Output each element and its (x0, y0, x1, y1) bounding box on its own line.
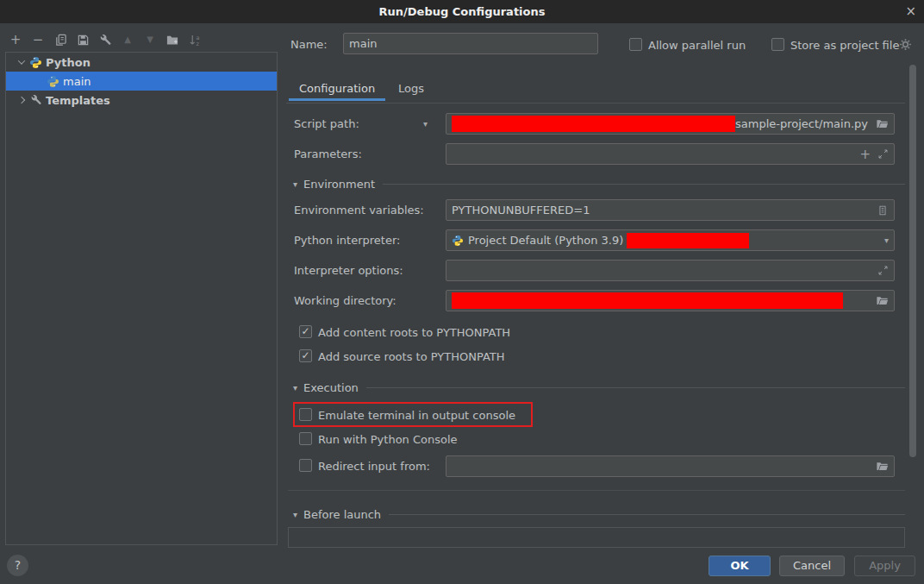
environment-section-header[interactable]: ▾ Environment (293, 178, 905, 191)
execution-section-header[interactable]: ▾ Execution (293, 381, 905, 394)
before-launch-task-list[interactable] (288, 527, 905, 548)
before-launch-section-header[interactable]: ▾ Before launch (293, 508, 905, 521)
configurations-toolbar: + − ▲ ▼ az (9, 32, 202, 47)
copy-configuration-icon[interactable] (53, 33, 67, 47)
close-icon[interactable]: × (905, 0, 916, 22)
add-configuration-icon[interactable]: + (9, 33, 22, 47)
sort-alphabetically-icon[interactable]: az (188, 33, 202, 47)
folder-icon[interactable] (876, 118, 889, 130)
chevron-down-icon[interactable] (15, 60, 28, 65)
tree-item-label: main (63, 75, 91, 88)
tab-configuration[interactable]: Configuration (299, 82, 375, 95)
tree-item-main[interactable]: main (6, 72, 277, 91)
allow-parallel-run-label[interactable]: Allow parallel run (648, 38, 746, 53)
dropdown-arrow-icon[interactable]: ▾ (884, 235, 889, 245)
name-label: Name: (290, 38, 328, 52)
help-button[interactable]: ? (7, 555, 28, 576)
add-source-roots-label[interactable]: Add source roots to PYTHONPATH (318, 349, 505, 364)
tree-item-python[interactable]: Python (6, 53, 277, 72)
ok-button[interactable]: OK (709, 556, 771, 576)
python-interpreter-value: Project Default (Python 3.9) (468, 234, 623, 247)
section-collapse-icon: ▾ (293, 383, 297, 392)
redirect-input-label[interactable]: Redirect input from: (318, 459, 430, 474)
environment-variables-value: PYTHONUNBUFFERED=1 (452, 204, 590, 217)
redaction-bar (627, 233, 749, 248)
redaction-bar (452, 116, 735, 132)
parameters-input[interactable]: + (446, 143, 895, 165)
parameters-label: Parameters: (294, 148, 362, 161)
edit-templates-icon[interactable] (98, 33, 112, 47)
section-title: Execution (303, 381, 359, 394)
interpreter-options-input[interactable] (446, 260, 895, 281)
save-configuration-icon[interactable] (76, 33, 90, 47)
add-source-roots-checkbox[interactable]: ✓ (299, 349, 312, 362)
section-title: Before launch (303, 508, 381, 521)
script-path-value: sample-project/main.py (735, 117, 868, 130)
move-down-icon[interactable]: ▼ (143, 33, 157, 47)
working-directory-input[interactable] (446, 290, 895, 311)
remove-configuration-icon[interactable]: − (31, 33, 45, 47)
emulate-terminal-label[interactable]: Emulate terminal in output console (318, 408, 515, 423)
working-directory-label: Working directory: (294, 294, 396, 308)
folder-icon[interactable] (876, 295, 889, 307)
chevron-right-icon[interactable] (15, 97, 28, 103)
cancel-button[interactable]: Cancel (779, 556, 845, 576)
script-path-dropdown-icon[interactable]: ▾ (423, 119, 428, 129)
vertical-scrollbar (908, 59, 917, 464)
svg-text:z: z (196, 40, 199, 46)
tab-separator (286, 103, 905, 104)
run-with-python-console-label[interactable]: Run with Python Console (318, 432, 458, 447)
name-input-value: main (349, 37, 377, 50)
tab-logs[interactable]: Logs (398, 82, 424, 95)
add-content-roots-label[interactable]: Add content roots to PYTHONPATH (318, 325, 510, 340)
script-path-input[interactable]: sample-project/main.py (446, 113, 895, 135)
section-divider (389, 514, 905, 515)
name-input[interactable]: main (343, 33, 598, 54)
environment-variables-label: Environment variables: (294, 204, 424, 217)
redirect-input-checkbox[interactable]: ✓ (299, 459, 312, 472)
script-path-label: Script path: (294, 117, 359, 131)
new-folder-icon[interactable] (165, 33, 179, 47)
store-as-project-file-label[interactable]: Store as project file (790, 38, 899, 53)
interpreter-options-label: Interpreter options: (294, 264, 403, 278)
active-tab-underline (289, 98, 385, 101)
apply-button[interactable]: Apply (854, 556, 915, 576)
python-logo-icon (46, 75, 60, 88)
section-divider (366, 387, 905, 388)
add-content-roots-checkbox[interactable]: ✓ (299, 325, 312, 338)
store-as-project-file-checkbox[interactable]: ✓ (771, 38, 784, 51)
folder-icon[interactable] (876, 461, 889, 473)
gear-icon[interactable] (899, 38, 912, 51)
environment-variables-input[interactable]: PYTHONUNBUFFERED=1 (446, 199, 895, 221)
check-icon: ✓ (301, 350, 309, 361)
tree-item-label: Templates (46, 94, 110, 107)
run-debug-configurations-dialog: Run/Debug Configurations × + − ▲ ▼ az (0, 0, 924, 584)
redirect-input-file-input[interactable] (446, 455, 895, 477)
expand-icon[interactable] (877, 148, 889, 160)
window-title: Run/Debug Configurations (0, 0, 924, 23)
run-with-python-console-checkbox[interactable]: ✓ (299, 432, 312, 445)
redaction-bar (452, 292, 843, 309)
section-collapse-icon: ▾ (293, 510, 297, 519)
python-logo-icon (452, 235, 464, 247)
python-interpreter-select[interactable]: Project Default (Python 3.9) ▾ (446, 229, 895, 251)
wrench-icon (28, 94, 43, 106)
section-collapse-icon: ▾ (293, 179, 297, 189)
list-icon[interactable] (877, 204, 889, 217)
emulate-terminal-checkbox[interactable]: ✓ (299, 408, 312, 421)
section-title: Environment (303, 178, 375, 191)
check-icon: ✓ (301, 326, 309, 337)
window-titlebar: Run/Debug Configurations × (0, 0, 924, 23)
python-interpreter-label: Python interpreter: (294, 234, 400, 248)
configurations-tree: Python main Templates (5, 52, 278, 545)
move-up-icon[interactable]: ▲ (121, 33, 134, 47)
scrollbar-thumb[interactable] (909, 65, 916, 457)
section-divider (383, 184, 905, 185)
expand-icon[interactable] (877, 265, 889, 276)
tree-item-label: Python (46, 56, 91, 69)
allow-parallel-run-checkbox[interactable]: ✓ (629, 38, 642, 51)
content-divider (288, 490, 905, 491)
python-logo-icon (28, 56, 43, 69)
add-macro-icon[interactable]: + (859, 147, 871, 162)
tree-item-templates[interactable]: Templates (6, 91, 277, 110)
